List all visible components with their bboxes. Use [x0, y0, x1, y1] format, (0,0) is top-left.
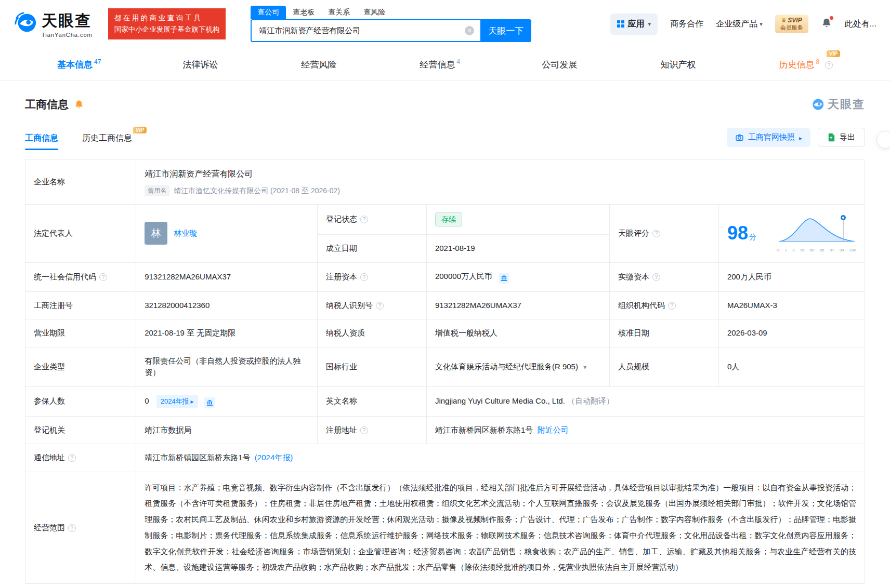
industry-value: 文化体育娱乐活动与经纪代理服务(R 905): [435, 362, 578, 371]
field-label: 组织机构代码: [618, 301, 665, 310]
help-icon[interactable]: [825, 61, 833, 69]
former-name-value[interactable]: 靖江市渔忆文化传媒有限公司 (2021-08 至 2026-02): [174, 185, 340, 196]
company-nav-tabs: 基本信息47 法律诉讼 经营风险 经营信息4 公司发展 知识产权 VIP 历史信…: [0, 48, 890, 81]
field-label: 核准日期: [618, 328, 649, 337]
tab-business-info-label: 经营信息: [420, 60, 455, 70]
tianyancha-logo[interactable]: 天眼查 TianYanCha.com: [14, 10, 93, 38]
search-button[interactable]: 天眼一下: [480, 19, 531, 42]
tab-history-info[interactable]: VIP 历史信息8: [779, 58, 833, 71]
official-snapshot-label: 工商官网快照: [748, 132, 795, 142]
search-tabs: 查公司 查老板 查关系 查风险: [251, 6, 531, 19]
header-more-text[interactable]: 此处有...: [845, 19, 876, 30]
company-name-value: 靖江市润新资产经营有限公司: [145, 168, 856, 180]
field-label: 登记状态: [326, 215, 357, 223]
help-icon[interactable]: [360, 216, 368, 223]
help-icon[interactable]: [652, 230, 660, 237]
subtab-current-registration[interactable]: 工商信息: [25, 133, 58, 150]
table-row: 营业期限 2021-08-19 至 无固定期限 纳税人资质 增值税一般纳税人 核…: [25, 319, 865, 348]
field-label: 经营范围: [34, 523, 65, 532]
site-header: 天眼查 TianYanCha.com 都在用的商业查询工具 国家中小企业发展子基…: [0, 0, 890, 48]
tab-basic-info[interactable]: 基本信息47: [57, 58, 101, 71]
notification-dot: [830, 16, 833, 20]
company-type-value: 有限责任公司（非自然人投资或控股的法人独资）: [145, 356, 300, 377]
field-label: 纳税人资质: [326, 328, 365, 337]
tab-company-development[interactable]: 公司发展: [542, 58, 579, 71]
search-tab-risk[interactable]: 查风险: [357, 6, 392, 19]
status-badge: 存续: [435, 212, 462, 226]
credit-code-value: 91321282MA26UMAX37: [145, 272, 231, 281]
search-tab-company[interactable]: 查公司: [251, 6, 286, 19]
field-label: 通信地址: [34, 453, 65, 462]
logo-subtitle: TianYanCha.com: [42, 32, 93, 38]
chevron-down-icon[interactable]: [583, 364, 586, 371]
field-label: 统一社会信用代码: [34, 272, 96, 281]
svip-member-button[interactable]: SVIP 会员服务: [775, 15, 808, 34]
establish-date-value: 2021-08-19: [435, 244, 475, 252]
enterprise-products-link[interactable]: 企业级产品: [716, 19, 763, 30]
subtab-history-registration-label: 历史工商信息: [82, 133, 132, 142]
field-label: 实缴资本: [618, 272, 649, 281]
apps-label: 应用: [628, 19, 645, 30]
nearby-companies-link[interactable]: 附近公司: [538, 425, 569, 434]
annual-report-label: 2024年报: [161, 396, 189, 407]
approval-date-value: 2026-03-09: [727, 328, 767, 337]
tab-business-info[interactable]: 经营信息4: [420, 58, 461, 71]
subscribe-bell-button[interactable]: [74, 99, 84, 110]
business-cooperation-link[interactable]: 商务合作: [670, 19, 703, 30]
apps-menu-button[interactable]: 应用: [610, 14, 658, 35]
reg-authority-value: 靖江市数据局: [145, 425, 191, 434]
legal-rep-avatar[interactable]: 林: [145, 222, 167, 245]
legal-rep-link[interactable]: 林业璇: [174, 228, 197, 239]
annual-report-chip[interactable]: 2024年报: [156, 395, 198, 408]
export-button[interactable]: 导出: [818, 128, 865, 147]
search-input[interactable]: [251, 19, 480, 42]
tab-intellectual-property-label: 知识产权: [660, 60, 696, 70]
svip-label-1: SVIP: [788, 17, 802, 24]
tab-legal-proceedings[interactable]: 法律诉讼: [182, 58, 219, 71]
score-chart[interactable]: 0131550859799100: [777, 213, 856, 254]
reg-capital-value: 200000万人民币: [435, 272, 492, 280]
table-row: 参保人数 0 2024年报 英文名称 Jingjiang Yuyi Cultur…: [25, 386, 865, 416]
help-icon[interactable]: [360, 273, 368, 281]
reg-address-value: 靖江市新桥园区新桥东路1号: [435, 425, 533, 434]
table-row: 工商注册号 321282000412360 纳税人识别号 91321282MA2…: [25, 291, 865, 319]
bell-icon: [74, 99, 84, 110]
vip-badge: VIP: [827, 50, 840, 57]
help-icon[interactable]: [68, 454, 76, 462]
tianyancha-logo-icon: [14, 11, 37, 37]
help-icon[interactable]: [376, 302, 384, 310]
chevron-down-icon: [760, 21, 763, 28]
official-snapshot-button[interactable]: 工商官网快照: [727, 128, 810, 147]
tab-operating-risk[interactable]: 经营风险: [302, 58, 338, 71]
score-unit: 分: [749, 233, 756, 241]
notification-bell-button[interactable]: [821, 17, 832, 31]
promo-banner: 都在用的商业查询工具 国家中小企业发展子基金旗下机构: [108, 8, 226, 39]
section-title: 工商信息: [25, 97, 69, 112]
tab-history-info-count: 8: [816, 58, 820, 65]
taxpayer-id-value: 91321282MA26UMAX37: [435, 301, 521, 310]
capital-detail-icon[interactable]: [499, 273, 509, 284]
help-icon[interactable]: [68, 524, 76, 532]
subtab-history-registration[interactable]: VIP 历史工商信息: [82, 133, 132, 150]
taxpayer-quality-value: 增值税一般纳税人: [435, 328, 498, 337]
field-label: 人员规模: [618, 362, 649, 371]
annual-report-link[interactable]: (2024年报): [255, 453, 293, 462]
help-icon[interactable]: [668, 302, 676, 310]
tab-history-info-label: 历史信息: [779, 60, 815, 70]
header-right: 应用 商务合作 企业级产品 SVIP 会员服务 此处有...: [610, 14, 876, 35]
insured-detail-icon[interactable]: [204, 397, 215, 408]
crown-icon: [781, 17, 788, 24]
tab-intellectual-property[interactable]: 知识产权: [660, 58, 697, 71]
search-tab-relation[interactable]: 查关系: [321, 6, 357, 19]
help-icon[interactable]: [652, 273, 660, 281]
logo-title: 天眼查: [42, 10, 93, 32]
reg-number-value: 321282000412360: [145, 301, 210, 310]
tianyancha-watermark: 天眼查: [810, 97, 865, 112]
help-icon[interactable]: [360, 426, 368, 434]
field-label: 参保人数: [34, 396, 65, 405]
help-icon[interactable]: [99, 273, 107, 281]
floating-widget-button[interactable]: [876, 131, 890, 149]
search-tab-boss[interactable]: 查老板: [286, 6, 321, 19]
banner-line1: 都在用的商业查询工具: [114, 12, 220, 24]
field-label: 营业期限: [34, 328, 65, 337]
